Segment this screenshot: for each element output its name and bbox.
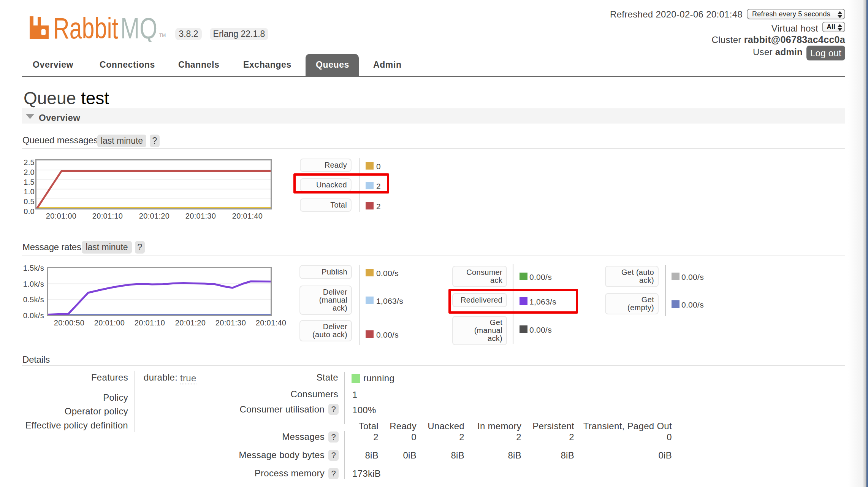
svg-text:Rabbit: Rabbit (53, 15, 118, 42)
svg-text:MQ: MQ (120, 15, 157, 42)
svg-text:TM: TM (159, 33, 166, 38)
